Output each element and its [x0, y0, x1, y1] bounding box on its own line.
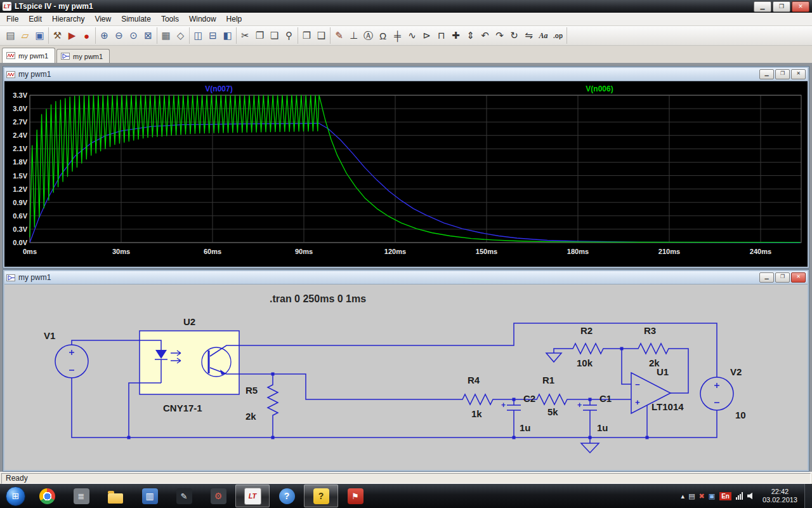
maximize-button[interactable]: ❐: [773, 1, 790, 12]
component-r1[interactable]: R1 5k: [533, 375, 571, 417]
taskbar-editor-gray-button[interactable]: ≣: [64, 485, 98, 507]
svg-text:CNY17-1[interactable]: CNY17-1: [163, 403, 202, 413]
tool-tile-vertical-icon[interactable]: ⊟: [206, 29, 220, 43]
tool-wire-icon[interactable]: ✎: [332, 29, 346, 43]
svg-text:R3[interactable]: R3: [644, 325, 656, 336]
svg-text:1k[interactable]: 1k: [471, 408, 482, 419]
svg-text:C2[interactable]: C2: [523, 393, 535, 404]
taskbar-chrome-button[interactable]: [30, 485, 64, 507]
show-desktop-button[interactable]: [804, 484, 812, 508]
tool-print-icon[interactable]: ❒: [299, 29, 314, 43]
svg-text:R4[interactable]: R4: [468, 375, 480, 385]
spice-directive-text[interactable]: .tran 0 250ms 0 1ms: [270, 293, 366, 304]
taskbar-ltspice-button[interactable]: LT: [235, 485, 270, 507]
tool-resistor-icon[interactable]: Ω: [376, 29, 390, 43]
waveform-plot-area[interactable]: 0ms30ms60ms90ms120ms150ms180ms210ms240ms…: [4, 81, 808, 267]
minimize-button[interactable]: ▁: [754, 1, 771, 12]
svg-text:C1[interactable]: C1: [599, 393, 612, 404]
menu-hierarchy[interactable]: Hierarchy: [47, 13, 89, 25]
svg-text:5k[interactable]: 5k: [547, 406, 558, 417]
tool-inductor-icon[interactable]: ∿: [405, 29, 419, 43]
tool-move-icon[interactable]: ✚: [449, 29, 463, 43]
component-v2[interactable]: V2 10: [700, 366, 746, 420]
start-button[interactable]: ⊞: [6, 486, 25, 506]
taskbar-clock[interactable]: 22:42 03.02.2013: [763, 488, 797, 504]
component-v1[interactable]: V1: [44, 330, 88, 378]
tool-print-preview-icon[interactable]: ❑: [314, 29, 329, 43]
network-icon[interactable]: [736, 492, 743, 500]
svg-text:2k[interactable]: 2k: [246, 411, 256, 422]
tray-app-3-icon[interactable]: ▣: [709, 492, 715, 500]
menu-view[interactable]: View: [89, 13, 116, 25]
menu-window[interactable]: Window: [184, 13, 221, 25]
tool-paste-icon[interactable]: ❏: [267, 29, 282, 43]
hidden-icons-icon[interactable]: ▴: [681, 492, 685, 500]
schematic-canvas[interactable]: .tran 0 250ms 0 1ms: [4, 284, 808, 470]
tool-diode-icon[interactable]: ⊳: [419, 29, 434, 43]
close-button[interactable]: ✕: [792, 1, 809, 12]
tool-cascade-windows-icon[interactable]: ◧: [220, 29, 235, 43]
svg-text:R5[interactable]: R5: [246, 385, 258, 396]
taskbar-pen-app-button[interactable]: ✎: [167, 485, 201, 507]
tool-zoom-out-icon[interactable]: ⊖: [112, 29, 126, 43]
tool-zoom-full-extents-icon[interactable]: ⊠: [141, 29, 155, 43]
svg-text:1u[interactable]: 1u: [597, 422, 608, 433]
tool-tile-horizontal-icon[interactable]: ◫: [191, 29, 206, 43]
component-r5[interactable]: R5 2k: [246, 374, 278, 438]
component-r2[interactable]: R2 10k: [546, 325, 607, 368]
tool-new-schematic-icon[interactable]: ▤: [3, 29, 18, 43]
tool-run-icon[interactable]: ▶: [65, 29, 79, 43]
schematic-close-button[interactable]: ✕: [791, 272, 806, 283]
tool-rotate-icon[interactable]: ↻: [507, 29, 521, 43]
tool-net-label-icon[interactable]: Ⓐ: [361, 29, 376, 43]
svg-text:V1[interactable]: V1: [44, 330, 55, 341]
menu-tools[interactable]: Tools: [156, 13, 184, 25]
svg-text:R2[interactable]: R2: [580, 325, 593, 336]
tool-component-icon[interactable]: ⊓: [434, 29, 449, 43]
tool-zoom-in-icon[interactable]: ⊕: [97, 29, 112, 43]
svg-text:U2[interactable]: U2: [183, 316, 195, 327]
tool-control-panel-icon[interactable]: ⚒: [50, 29, 65, 43]
tool-undo-icon[interactable]: ↶: [478, 29, 492, 43]
tool-find-icon[interactable]: ⚲: [282, 29, 296, 43]
menu-edit[interactable]: Edit: [23, 13, 47, 25]
svg-text:1u[interactable]: 1u: [520, 422, 531, 433]
tab-2-my-pwm1[interactable]: my pwm1: [56, 49, 110, 63]
menu-file[interactable]: File: [1, 13, 23, 25]
tool-copy-icon[interactable]: ❐: [252, 29, 267, 43]
menu-help[interactable]: Help: [221, 13, 247, 25]
taskbar-tool-app-button[interactable]: ⚙: [201, 485, 235, 507]
tool-grid-icon[interactable]: ▦: [159, 29, 173, 43]
component-u1-opamp[interactable]: − + U1 LT1014: [631, 366, 684, 413]
component-c1[interactable]: + C1 1u: [577, 393, 612, 453]
tool-cut-icon[interactable]: ✂: [238, 29, 252, 43]
volume-icon[interactable]: [747, 492, 756, 500]
tray-app-1-icon[interactable]: ▤: [688, 492, 695, 500]
schematic-minimize-button[interactable]: ▁: [759, 272, 774, 283]
tool-drag-icon[interactable]: ⇕: [463, 29, 478, 43]
tool-text-icon[interactable]: Aa: [536, 29, 551, 43]
tool-zoom-back-icon[interactable]: ⊙: [126, 29, 141, 43]
tool-save-icon[interactable]: ▣: [32, 29, 47, 43]
svg-text:10k[interactable]: 10k: [577, 358, 593, 368]
component-r3[interactable]: R3 2k: [634, 325, 672, 368]
tool-redo-icon[interactable]: ↷: [492, 29, 507, 43]
svg-text:V2[interactable]: V2: [730, 366, 742, 377]
language-indicator[interactable]: En: [719, 492, 731, 500]
schematic-window-titlebar[interactable]: my pwm1 ▁ ❐ ✕: [4, 271, 808, 284]
component-r4[interactable]: R4 1k: [459, 375, 497, 419]
taskbar-help-yellow-button[interactable]: ?: [304, 485, 338, 507]
taskbar-app-red-button[interactable]: ⚑: [338, 485, 372, 507]
tool-mirror-icon[interactable]: ⇋: [521, 29, 536, 43]
waveform-window-titlebar[interactable]: my pwm1 ▁ ❐ ✕: [4, 68, 808, 81]
tool-capacitor-icon[interactable]: ╪: [390, 29, 405, 43]
tray-app-2-icon[interactable]: ✖: [699, 492, 705, 500]
svg-text:R1[interactable]: R1: [542, 375, 554, 385]
component-u2-optocoupler[interactable]: U2 CNY17-1: [140, 316, 239, 413]
tool-spice-directive-icon[interactable]: .op: [551, 29, 565, 43]
app-titlebar[interactable]: LT LTspice IV - my pwm1 ▁ ❐ ✕: [0, 0, 812, 13]
tab-1-my-pwm1[interactable]: my pwm1: [2, 48, 55, 63]
waveform-maximize-button[interactable]: ❐: [775, 69, 790, 79]
tool-mark-unconnected-icon[interactable]: ◇: [173, 29, 188, 43]
svg-text:LT1014[interactable]: LT1014: [652, 401, 684, 412]
